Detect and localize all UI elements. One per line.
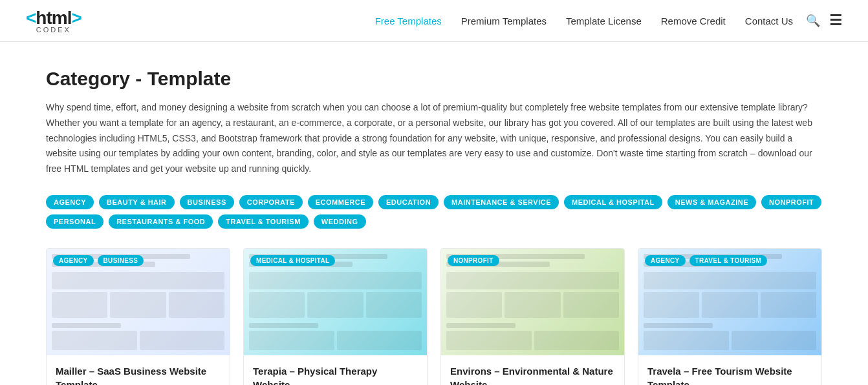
template-name: Travela – Free Tourism Website Template… <box>647 364 812 385</box>
tag-education[interactable]: EDUCATION <box>378 195 439 209</box>
thumb-tag: AGENCY <box>645 255 686 266</box>
template-thumbnail: NONPROFIT <box>441 249 624 355</box>
nav-item-free-templates[interactable]: Free Templates <box>375 16 442 26</box>
template-info: Travela – Free Tourism Website Template… <box>638 355 821 385</box>
thumb-tag: BUSINESS <box>98 255 144 266</box>
tag-nonprofit[interactable]: NONPROFIT <box>761 195 821 209</box>
main-nav: Free TemplatesPremium TemplatesTemplate … <box>375 16 793 26</box>
thumb-tag: AGENCY <box>53 255 94 266</box>
thumb-tag: NONPROFIT <box>448 255 499 266</box>
tag-corporate[interactable]: CORPORATE <box>239 195 303 209</box>
tag-ecommerce[interactable]: ECOMMERCE <box>308 195 373 209</box>
menu-icon[interactable]: ☰ <box>829 12 842 29</box>
page-description: Why spend time, effort, and money design… <box>46 100 822 177</box>
nav-item-template-license[interactable]: Template License <box>566 16 642 26</box>
search-icon[interactable]: 🔍 <box>806 14 820 28</box>
site-header: <html> CODEX Free TemplatesPremium Templ… <box>0 0 868 42</box>
tag-news-magazine[interactable]: NEWS & MAGAZINE <box>667 195 756 209</box>
template-card-environs[interactable]: NONPROFIT Environs – Environmental & Nat… <box>440 248 625 385</box>
template-name: Terapia – Physical Therapy Website… <box>253 364 418 385</box>
template-card-mailler[interactable]: AGENCYBUSINESS Mailler – SaaS Business W… <box>46 248 230 385</box>
tag-beauty-hair[interactable]: BEAUTY & HAIR <box>99 195 174 209</box>
template-grid: AGENCYBUSINESS Mailler – SaaS Business W… <box>46 248 822 385</box>
site-logo[interactable]: <html> CODEX <box>26 8 81 34</box>
tag-restaurants-food[interactable]: RESTAURANTS & FOOD <box>109 214 213 229</box>
template-info: Mailler – SaaS Business Website Template <box>47 355 230 385</box>
template-name: Environs – Environmental & Nature Websit… <box>450 364 615 385</box>
tag-business[interactable]: BUSINESS <box>180 195 234 209</box>
tag-personal[interactable]: PERSONAL <box>46 214 103 229</box>
tag-agency[interactable]: AGENCY <box>46 195 94 209</box>
template-name: Mailler – SaaS Business Website Template <box>56 364 221 385</box>
nav-item-remove-credit[interactable]: Remove Credit <box>661 16 726 26</box>
tag-travel-tourism[interactable]: TRAVEL & TOURISM <box>218 214 309 229</box>
nav-item-premium-templates[interactable]: Premium Templates <box>461 16 547 26</box>
page-title: Category - Template <box>46 68 822 90</box>
template-thumbnail: AGENCYTRAVEL & TOURISM <box>638 249 821 355</box>
thumb-tag: MEDICAL & HOSPITAL <box>250 255 335 266</box>
template-info: Terapia – Physical Therapy Website… <box>244 355 427 385</box>
thumb-tag: TRAVEL & TOURISM <box>689 255 768 266</box>
template-thumbnail: MEDICAL & HOSPITAL <box>244 249 427 355</box>
tag-medical-hospital[interactable]: MEDICAL & HOSPITAL <box>564 195 662 209</box>
template-card-terapia[interactable]: MEDICAL & HOSPITAL Terapia – Physical Th… <box>243 248 428 385</box>
template-card-travela[interactable]: AGENCYTRAVEL & TOURISM Travela – Free To… <box>638 248 822 385</box>
template-info: Environs – Environmental & Nature Websit… <box>441 355 624 385</box>
category-tags: AGENCYBEAUTY & HAIRBUSINESSCORPORATEECOM… <box>46 195 822 229</box>
nav-item-contact-us[interactable]: Contact Us <box>745 16 793 26</box>
template-thumbnail: AGENCYBUSINESS <box>47 249 230 355</box>
tag-maintenance-service[interactable]: MAINTENANCE & SERVICE <box>444 195 559 209</box>
tag-wedding[interactable]: WEDDING <box>314 214 366 229</box>
